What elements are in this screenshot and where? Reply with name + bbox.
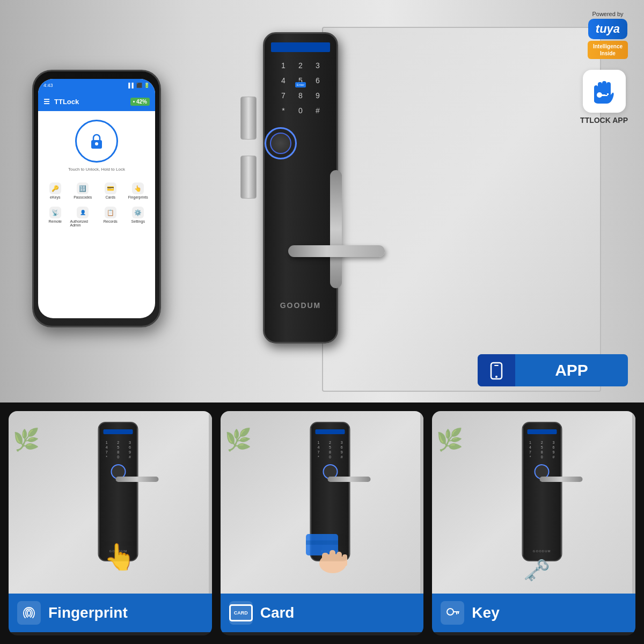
mini-handle-card bbox=[328, 477, 371, 482]
fingerprint-icon-circle bbox=[17, 601, 41, 625]
svg-rect-15 bbox=[342, 554, 347, 566]
key-8: 8 bbox=[294, 90, 308, 101]
feature-card-card: 🌿 123 456 789 *0# GOODUM bbox=[221, 411, 424, 635]
lock-device: 1 2 3 4 5 Enter 6 7 8 9 * 0 # bbox=[263, 32, 349, 365]
card-svg bbox=[301, 523, 354, 577]
door-frame bbox=[209, 411, 212, 594]
key-hash: # bbox=[311, 105, 325, 116]
key-1: 1 bbox=[276, 60, 290, 71]
phone-menu-ekeys: 🔑eKeys bbox=[42, 182, 68, 199]
card-icon-box: CARD bbox=[229, 604, 253, 621]
keypad: 1 2 3 4 5 Enter 6 7 8 9 * 0 # bbox=[268, 60, 333, 116]
card-hand-emoji bbox=[301, 523, 354, 583]
key-2: 2 bbox=[294, 60, 308, 71]
tuya-badge: Powered by tuya Intelligence Inside bbox=[588, 11, 628, 59]
phone-body: 4:43 ▌▌ ⬛ 🔋 ☰ TTLock • 42% bbox=[32, 70, 161, 327]
svg-point-1 bbox=[95, 142, 98, 145]
key-label-bar: Key bbox=[432, 594, 635, 632]
app-button[interactable]: APP bbox=[478, 354, 628, 386]
fingerprint-area bbox=[265, 116, 336, 159]
door-handle-vertical bbox=[330, 170, 342, 288]
svg-rect-14 bbox=[336, 552, 342, 566]
phone-lock-circle bbox=[75, 120, 118, 163]
mini-handle-key bbox=[539, 477, 582, 482]
card-room-bg: 🌿 123 456 789 *0# GOODUM bbox=[221, 411, 424, 594]
hinge-top bbox=[240, 97, 257, 140]
card-label: Card bbox=[260, 604, 295, 621]
phone-menu-remote: 📡Remote bbox=[42, 207, 68, 227]
feature-card-key: 🌿 123 456 789 *0# GOODUM 🗝️ bbox=[432, 411, 635, 635]
ttlock-icon-box bbox=[583, 70, 626, 113]
svg-rect-12 bbox=[322, 553, 328, 566]
key-image-area: 🌿 123 456 789 *0# GOODUM 🗝️ bbox=[432, 411, 635, 594]
top-section: 4:43 ▌▌ ⬛ 🔋 ☰ TTLock • 42% bbox=[0, 0, 644, 402]
svg-rect-13 bbox=[330, 550, 335, 565]
plant-icon-key: 🌿 bbox=[436, 427, 463, 452]
phone-menu-cards: 💳Cards bbox=[98, 182, 123, 199]
mini-display bbox=[104, 429, 133, 434]
phone-lock-icon bbox=[87, 131, 106, 151]
mini-keypad-key: 123 456 789 *0# bbox=[523, 438, 561, 461]
app-phone-icon bbox=[487, 361, 506, 380]
fingerprint-icon bbox=[21, 605, 36, 620]
phone-menu-admin: 👤Authorized Admin bbox=[70, 207, 96, 227]
svg-point-16 bbox=[447, 609, 453, 615]
plant-icon: 🌿 bbox=[13, 427, 40, 452]
phone-menu-passcodes: 🔢Passcodes bbox=[70, 182, 96, 199]
door-hardware bbox=[240, 97, 257, 199]
intelligence-badge: Intelligence Inside bbox=[588, 41, 628, 59]
mini-keypad: 123 456 789 *0# bbox=[99, 438, 137, 461]
finger-emoji: 👆 bbox=[104, 542, 136, 572]
door-handle-horizontal bbox=[288, 245, 385, 257]
door-panel bbox=[322, 27, 601, 392]
key-6: 6 bbox=[311, 75, 325, 86]
phone-app-name: TTLock bbox=[54, 98, 79, 106]
door-frame-card bbox=[420, 411, 423, 594]
fp-inner bbox=[270, 133, 291, 154]
svg-rect-10 bbox=[306, 540, 338, 545]
brand-label: GOODUM bbox=[280, 301, 321, 310]
powered-by-text: Powered by bbox=[592, 11, 623, 17]
svg-rect-5 bbox=[607, 93, 609, 95]
key-4: 4 bbox=[276, 75, 290, 86]
phone-menu-grid: 🔑eKeys 🔢Passcodes 💳Cards 👆Fingerprints bbox=[38, 182, 155, 203]
phone-time: 4:43 bbox=[43, 83, 53, 88]
phone-menu-settings: ⚙️Settings bbox=[126, 207, 151, 227]
hinge-bottom bbox=[240, 156, 257, 199]
card-label-bar: CARD Card bbox=[221, 594, 424, 632]
fingerprint-reader bbox=[265, 127, 297, 159]
key-7: 7 bbox=[276, 90, 290, 101]
mini-brand-key: GOODUM bbox=[533, 550, 551, 553]
phone-header: ☰ TTLock • 42% bbox=[38, 92, 155, 111]
key-room-bg: 🌿 123 456 789 *0# GOODUM 🗝️ bbox=[432, 411, 635, 594]
key-icon bbox=[445, 605, 460, 620]
phone-lock-area: Touch to Unlock, Hold to Lock bbox=[38, 111, 155, 182]
key-0: 0 bbox=[294, 105, 308, 116]
mini-lock-key: 123 456 789 *0# GOODUM bbox=[522, 422, 562, 561]
feature-card-fingerprint: 🌿 123 456 789 *0# GOODUM 👆 bbox=[9, 411, 212, 635]
fingerprint-room-bg: 🌿 123 456 789 *0# GOODUM 👆 bbox=[9, 411, 212, 594]
mini-handle bbox=[116, 477, 159, 482]
app-label: APP bbox=[515, 361, 628, 379]
ttlock-badge: TTLOCK APP bbox=[580, 70, 628, 125]
key-3: 3 bbox=[311, 60, 325, 71]
phone-touch-text: Touch to Unlock, Hold to Lock bbox=[68, 167, 125, 172]
ttlock-label: TTLOCK APP bbox=[580, 116, 628, 125]
phone-screen: 4:43 ▌▌ ⬛ 🔋 ☰ TTLock • 42% bbox=[38, 79, 155, 318]
phone-menu-fingerprints: 👆Fingerprints bbox=[126, 182, 151, 199]
fingerprint-image-area: 🌿 123 456 789 *0# GOODUM 👆 bbox=[9, 411, 212, 594]
key-5: 5 Enter bbox=[294, 75, 308, 86]
phone-menu-records: 📋Records bbox=[98, 207, 123, 227]
lock-body: 1 2 3 4 5 Enter 6 7 8 9 * 0 # bbox=[263, 32, 338, 343]
ttlock-app-icon bbox=[589, 76, 620, 107]
key-hand-emoji: 🗝️ bbox=[523, 558, 550, 583]
mini-lock-fp: 123 456 789 *0# GOODUM bbox=[98, 422, 138, 561]
svg-rect-8 bbox=[494, 365, 499, 366]
fingerprint-label: Fingerprint bbox=[48, 604, 128, 621]
bottom-section: 🌿 123 456 789 *0# GOODUM 👆 bbox=[0, 402, 644, 644]
svg-point-7 bbox=[495, 376, 497, 378]
plant-icon-card: 🌿 bbox=[225, 427, 252, 452]
card-icon-circle: CARD bbox=[229, 601, 253, 625]
tuya-logo: tuya bbox=[588, 19, 627, 39]
key-label: Key bbox=[472, 604, 499, 621]
